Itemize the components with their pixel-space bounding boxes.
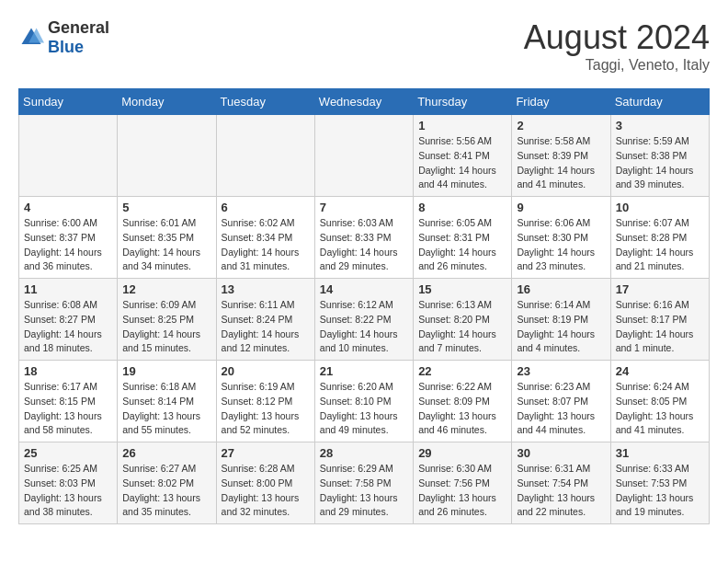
- calendar-cell: 5Sunrise: 6:01 AM Sunset: 8:35 PM Daylig…: [118, 197, 216, 279]
- day-info: Sunrise: 5:58 AM Sunset: 8:39 PM Dayligh…: [517, 134, 605, 192]
- calendar-cell: 3Sunrise: 5:59 AM Sunset: 8:38 PM Daylig…: [610, 115, 709, 197]
- day-number: 23: [517, 364, 605, 378]
- calendar-cell: 10Sunrise: 6:07 AM Sunset: 8:28 PM Dayli…: [610, 197, 709, 279]
- day-info: Sunrise: 6:03 AM Sunset: 8:33 PM Dayligh…: [320, 216, 408, 274]
- calendar-cell: 19Sunrise: 6:18 AM Sunset: 8:14 PM Dayli…: [118, 361, 216, 442]
- calendar-cell: 1Sunrise: 5:56 AM Sunset: 8:41 PM Daylig…: [414, 115, 512, 197]
- calendar-cell: [314, 115, 413, 197]
- day-header-monday: Monday: [118, 89, 216, 115]
- calendar-cell: 6Sunrise: 6:02 AM Sunset: 8:34 PM Daylig…: [216, 197, 314, 279]
- calendar-cell: [118, 115, 216, 197]
- day-info: Sunrise: 6:25 AM Sunset: 8:03 PM Dayligh…: [24, 462, 112, 520]
- calendar-cell: 22Sunrise: 6:22 AM Sunset: 8:09 PM Dayli…: [414, 361, 512, 442]
- day-number: 25: [24, 446, 112, 460]
- day-number: 3: [616, 119, 704, 132]
- title-area: August 2024 Taggi, Veneto, Italy: [524, 18, 710, 74]
- day-info: Sunrise: 6:23 AM Sunset: 8:07 PM Dayligh…: [517, 380, 605, 438]
- logo: General Blue: [18, 18, 109, 57]
- calendar-cell: 30Sunrise: 6:31 AM Sunset: 7:54 PM Dayli…: [512, 442, 610, 524]
- day-info: Sunrise: 6:13 AM Sunset: 8:20 PM Dayligh…: [418, 298, 506, 356]
- day-info: Sunrise: 6:02 AM Sunset: 8:34 PM Dayligh…: [222, 216, 310, 274]
- day-number: 12: [122, 282, 210, 296]
- day-number: 11: [24, 282, 112, 296]
- calendar-cell: 25Sunrise: 6:25 AM Sunset: 8:03 PM Dayli…: [19, 442, 118, 524]
- calendar-cell: 27Sunrise: 6:28 AM Sunset: 8:00 PM Dayli…: [216, 442, 314, 524]
- calendar-cell: 21Sunrise: 6:20 AM Sunset: 8:10 PM Dayli…: [314, 361, 413, 442]
- day-number: 19: [122, 364, 210, 378]
- calendar-cell: 4Sunrise: 6:00 AM Sunset: 8:37 PM Daylig…: [19, 197, 118, 279]
- day-number: 6: [222, 201, 310, 214]
- day-info: Sunrise: 6:11 AM Sunset: 8:24 PM Dayligh…: [222, 298, 310, 356]
- day-info: Sunrise: 6:19 AM Sunset: 8:12 PM Dayligh…: [222, 380, 310, 438]
- day-header-wednesday: Wednesday: [314, 89, 413, 115]
- calendar-cell: 14Sunrise: 6:12 AM Sunset: 8:22 PM Dayli…: [314, 279, 413, 361]
- day-number: 27: [222, 446, 310, 460]
- day-number: 30: [517, 446, 605, 460]
- day-number: 21: [320, 364, 408, 378]
- day-number: 9: [517, 201, 605, 214]
- calendar-cell: 20Sunrise: 6:19 AM Sunset: 8:12 PM Dayli…: [216, 361, 314, 442]
- calendar-cell: 13Sunrise: 6:11 AM Sunset: 8:24 PM Dayli…: [216, 279, 314, 361]
- day-number: 8: [418, 201, 506, 214]
- calendar-cell: 11Sunrise: 6:08 AM Sunset: 8:27 PM Dayli…: [19, 279, 118, 361]
- week-row-2: 11Sunrise: 6:08 AM Sunset: 8:27 PM Dayli…: [19, 279, 710, 361]
- calendar-cell: 26Sunrise: 6:27 AM Sunset: 8:02 PM Dayli…: [118, 442, 216, 524]
- calendar-cell: 9Sunrise: 6:06 AM Sunset: 8:30 PM Daylig…: [512, 197, 610, 279]
- calendar-cell: [19, 115, 118, 197]
- day-header-tuesday: Tuesday: [216, 89, 314, 115]
- day-number: 15: [418, 282, 506, 296]
- day-number: 17: [616, 282, 704, 296]
- logo-text-blue: Blue: [48, 38, 84, 56]
- day-number: 14: [320, 282, 408, 296]
- day-info: Sunrise: 5:59 AM Sunset: 8:38 PM Dayligh…: [616, 134, 704, 192]
- calendar-cell: 17Sunrise: 6:16 AM Sunset: 8:17 PM Dayli…: [610, 279, 709, 361]
- main-title: August 2024: [524, 18, 710, 57]
- calendar-cell: 24Sunrise: 6:24 AM Sunset: 8:05 PM Dayli…: [610, 361, 709, 442]
- calendar-cell: 12Sunrise: 6:09 AM Sunset: 8:25 PM Dayli…: [118, 279, 216, 361]
- day-number: 29: [418, 446, 506, 460]
- day-number: 26: [122, 446, 210, 460]
- day-info: Sunrise: 6:06 AM Sunset: 8:30 PM Dayligh…: [517, 216, 605, 274]
- week-row-1: 4Sunrise: 6:00 AM Sunset: 8:37 PM Daylig…: [19, 197, 710, 279]
- day-number: 16: [517, 282, 605, 296]
- calendar-cell: 18Sunrise: 6:17 AM Sunset: 8:15 PM Dayli…: [19, 361, 118, 442]
- day-info: Sunrise: 6:05 AM Sunset: 8:31 PM Dayligh…: [418, 216, 506, 274]
- day-info: Sunrise: 6:00 AM Sunset: 8:37 PM Dayligh…: [24, 216, 112, 274]
- day-header-sunday: Sunday: [19, 89, 118, 115]
- week-row-3: 18Sunrise: 6:17 AM Sunset: 8:15 PM Dayli…: [19, 361, 710, 442]
- calendar-cell: 8Sunrise: 6:05 AM Sunset: 8:31 PM Daylig…: [414, 197, 512, 279]
- day-info: Sunrise: 6:08 AM Sunset: 8:27 PM Dayligh…: [24, 298, 112, 356]
- day-info: Sunrise: 6:17 AM Sunset: 8:15 PM Dayligh…: [24, 380, 112, 438]
- calendar-cell: 15Sunrise: 6:13 AM Sunset: 8:20 PM Dayli…: [414, 279, 512, 361]
- day-info: Sunrise: 6:29 AM Sunset: 7:58 PM Dayligh…: [320, 462, 408, 520]
- day-header-saturday: Saturday: [610, 89, 709, 115]
- day-info: Sunrise: 6:07 AM Sunset: 8:28 PM Dayligh…: [616, 216, 704, 274]
- day-number: 4: [24, 201, 112, 214]
- header-row: SundayMondayTuesdayWednesdayThursdayFrid…: [19, 89, 710, 115]
- day-header-friday: Friday: [512, 89, 610, 115]
- day-number: 7: [320, 201, 408, 214]
- header: General Blue August 2024 Taggi, Veneto, …: [18, 18, 710, 74]
- day-info: Sunrise: 6:12 AM Sunset: 8:22 PM Dayligh…: [320, 298, 408, 356]
- day-number: 31: [616, 446, 704, 460]
- calendar-cell: [216, 115, 314, 197]
- day-info: Sunrise: 6:27 AM Sunset: 8:02 PM Dayligh…: [122, 462, 210, 520]
- day-info: Sunrise: 5:56 AM Sunset: 8:41 PM Dayligh…: [418, 134, 506, 192]
- day-number: 1: [418, 119, 506, 132]
- day-info: Sunrise: 6:28 AM Sunset: 8:00 PM Dayligh…: [222, 462, 310, 520]
- week-row-0: 1Sunrise: 5:56 AM Sunset: 8:41 PM Daylig…: [19, 115, 710, 197]
- subtitle: Taggi, Veneto, Italy: [524, 57, 710, 74]
- day-info: Sunrise: 6:33 AM Sunset: 7:53 PM Dayligh…: [616, 462, 704, 520]
- calendar-cell: 16Sunrise: 6:14 AM Sunset: 8:19 PM Dayli…: [512, 279, 610, 361]
- day-number: 18: [24, 364, 112, 378]
- day-info: Sunrise: 6:30 AM Sunset: 7:56 PM Dayligh…: [418, 462, 506, 520]
- day-number: 13: [222, 282, 310, 296]
- logo-text-general: General: [48, 18, 109, 37]
- calendar-cell: 29Sunrise: 6:30 AM Sunset: 7:56 PM Dayli…: [414, 442, 512, 524]
- calendar-cell: 31Sunrise: 6:33 AM Sunset: 7:53 PM Dayli…: [610, 442, 709, 524]
- logo-icon: [18, 25, 44, 51]
- day-number: 10: [616, 201, 704, 214]
- day-info: Sunrise: 6:20 AM Sunset: 8:10 PM Dayligh…: [320, 380, 408, 438]
- calendar-cell: 7Sunrise: 6:03 AM Sunset: 8:33 PM Daylig…: [314, 197, 413, 279]
- day-number: 2: [517, 119, 605, 132]
